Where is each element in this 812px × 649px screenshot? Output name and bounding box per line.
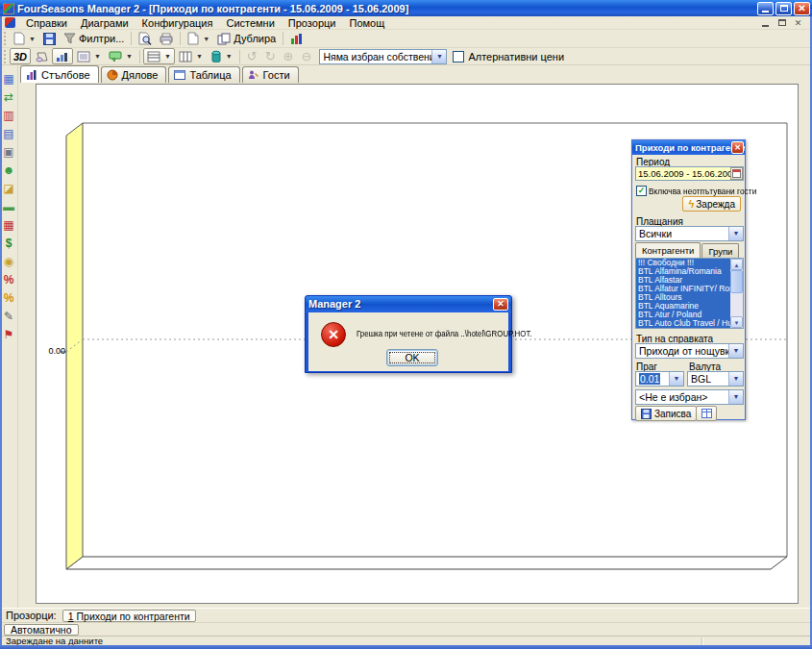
- rotate-left-button[interactable]: ↺: [243, 48, 261, 64]
- new-report-button[interactable]: ▼: [10, 31, 39, 47]
- owner-select[interactable]: Няма избран собственици ▼: [319, 49, 447, 64]
- menu-diagrams[interactable]: Диаграми: [74, 16, 135, 30]
- print-preview-button[interactable]: [135, 31, 156, 47]
- window-tab-accel: 1: [68, 611, 74, 621]
- mdi-restore-button[interactable]: [775, 17, 788, 28]
- list-item[interactable]: BTL Auto Club Travel / Hunga: [636, 319, 730, 328]
- tab-columns[interactable]: Стълбове: [20, 65, 99, 83]
- mini-bars-icon: [56, 51, 69, 62]
- labels-button[interactable]: ▼: [105, 48, 136, 64]
- guests-icon[interactable]: ☻: [1, 161, 17, 179]
- load-button-label: Зарежда: [696, 199, 735, 210]
- mdi-close-button[interactable]: ✕: [792, 17, 804, 28]
- tab-shares[interactable]: Дялове: [101, 66, 167, 83]
- ok-button[interactable]: OK: [386, 349, 438, 366]
- restore-button[interactable]: [775, 2, 792, 15]
- occupancy-grid-icon[interactable]: ▦: [1, 215, 17, 234]
- list-item[interactable]: BTL Aquamarine: [636, 302, 730, 311]
- contractors-list[interactable]: !!! Свободни !!! BTL Alfamina/Romania BT…: [635, 258, 744, 329]
- discount-percent-icon[interactable]: %: [1, 270, 17, 288]
- documents-icon[interactable]: ▣: [1, 142, 17, 161]
- automatic-button[interactable]: Автоматично: [4, 624, 79, 636]
- list-item[interactable]: BTL Alfatur INFINITY/ Romani: [636, 285, 730, 293]
- filters-button[interactable]: Филтри...: [60, 31, 128, 47]
- list-item[interactable]: BTL Atur / Poland: [636, 311, 730, 319]
- minimize-button[interactable]: [757, 2, 774, 15]
- chevron-down-icon: ▼: [126, 53, 133, 60]
- print-button[interactable]: [156, 31, 177, 47]
- zoom-out-button[interactable]: ⊖: [297, 48, 315, 64]
- reservations-refresh-icon[interactable]: ⇄: [1, 87, 17, 106]
- legend-button[interactable]: ▼: [73, 48, 105, 64]
- calendar-button[interactable]: [730, 167, 743, 180]
- menu-configuration[interactable]: Конфигурация: [135, 16, 220, 30]
- list-item[interactable]: BTL Alfamina/Romania: [636, 267, 730, 276]
- currency-select[interactable]: BGL ▼: [687, 371, 744, 387]
- scroll-up-button[interactable]: ▲: [730, 259, 743, 270]
- tab-table[interactable]: Таблица: [168, 66, 239, 83]
- zoom-in-button[interactable]: ⊕: [280, 48, 298, 64]
- list-item[interactable]: BTL Alltours: [636, 293, 730, 302]
- save-button[interactable]: [39, 31, 60, 47]
- dollar-icon[interactable]: $: [1, 234, 17, 252]
- template-select[interactable]: <Не е избран> ▼: [635, 389, 744, 405]
- scroll-down-button[interactable]: ▼: [730, 316, 743, 328]
- menu-windows[interactable]: Прозорци: [282, 16, 343, 30]
- rotate-plane-button[interactable]: [31, 48, 52, 64]
- report-flag-icon[interactable]: ⚑: [1, 325, 17, 343]
- tab-label: Стълбове: [41, 69, 90, 81]
- vertical-grid-button[interactable]: ▼: [175, 48, 207, 64]
- invoice-edit-icon[interactable]: ✎: [1, 307, 17, 325]
- panel-title: Приходи по контрагенти: [635, 142, 745, 153]
- chart-colored-icon[interactable]: ▥: [1, 106, 17, 124]
- chevron-down-icon: ▼: [431, 50, 446, 63]
- save-icon: [43, 33, 56, 45]
- copy-report-button[interactable]: ▼: [184, 31, 213, 47]
- rotate-right-button[interactable]: ↻: [261, 48, 280, 64]
- bar-style-button[interactable]: [52, 48, 73, 64]
- period-input[interactable]: 15.06.2009 - 15.06.2009: [635, 166, 744, 181]
- calendar-icon[interactable]: ▤: [1, 124, 17, 142]
- list-scrollbar[interactable]: ▲ ▼: [730, 259, 743, 328]
- dialog-title-bar[interactable]: Manager 2 ✕: [306, 296, 511, 312]
- panel-close-button[interactable]: ✕: [731, 141, 744, 154]
- load-button[interactable]: ϟ Зарежда: [682, 196, 741, 212]
- chevron-down-icon: ▼: [728, 344, 743, 358]
- folder-chart-icon[interactable]: ◪: [1, 179, 17, 197]
- payments-coin-icon[interactable]: ◉: [1, 252, 17, 270]
- percent-coin-icon[interactable]: %: [1, 288, 17, 307]
- horizontal-grid-button[interactable]: ▼: [143, 48, 175, 64]
- menu-system[interactable]: Системни: [219, 16, 281, 30]
- panel-title-bar[interactable]: Приходи по контрагенти ✕: [632, 140, 745, 155]
- table-view-button[interactable]: [696, 406, 717, 421]
- report-type-select[interactable]: Приходи от нощувки ▼: [635, 343, 744, 359]
- table-tab-icon: [174, 69, 185, 81]
- threshold-combo[interactable]: 0.01 ▼: [635, 371, 684, 387]
- mdi-minimize-button[interactable]: [759, 17, 772, 28]
- include-guests-label: Включва неотпътувани гости: [649, 187, 756, 196]
- solid-style-button[interactable]: ▼: [207, 48, 236, 64]
- chart-button[interactable]: [286, 31, 307, 47]
- include-guests-checkbox[interactable]: ✓: [636, 186, 647, 196]
- tab-contractors[interactable]: Контрагенти: [635, 242, 701, 258]
- cash-icon[interactable]: ▬: [1, 197, 17, 215]
- duplicate-icon: [217, 33, 231, 45]
- toolbar-separator: [180, 32, 181, 45]
- scroll-thumb[interactable]: [730, 270, 743, 293]
- close-button[interactable]: ✕: [794, 2, 810, 15]
- alt-prices-checkbox[interactable]: [453, 51, 464, 62]
- duplicate-button[interactable]: Дублира: [213, 31, 280, 47]
- toggle-3d-button[interactable]: 3D: [10, 48, 31, 64]
- list-item[interactable]: BTL Alfastar: [636, 276, 730, 285]
- tab-guests[interactable]: Гости: [242, 66, 299, 83]
- window-tab-button[interactable]: 1 Приходи по контрагенти: [62, 610, 196, 622]
- rooms-grid-icon[interactable]: ▦: [1, 69, 17, 87]
- tab-groups[interactable]: Групи: [701, 243, 739, 258]
- payments-select[interactable]: Всички ▼: [635, 226, 744, 241]
- save-report-label: Записва: [654, 409, 691, 419]
- menu-help[interactable]: Помощ: [342, 16, 391, 30]
- save-report-button[interactable]: Записва: [635, 406, 697, 421]
- menu-reports[interactable]: Справки: [19, 16, 74, 30]
- dialog-close-button[interactable]: ✕: [493, 298, 508, 311]
- list-item[interactable]: !!! Свободни !!!: [636, 259, 730, 267]
